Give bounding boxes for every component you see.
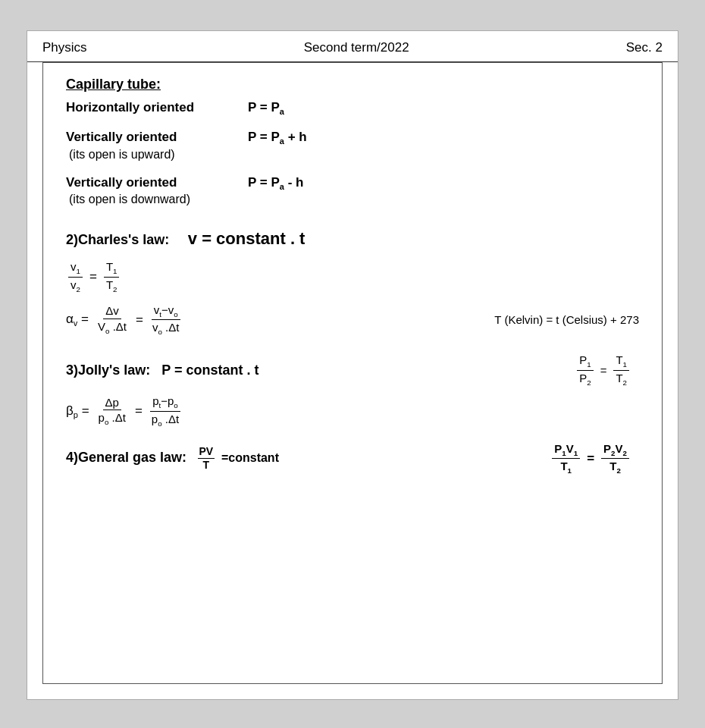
vertically-down-formula: P = Pa - h	[248, 175, 303, 191]
jolly-eq: =	[600, 364, 607, 377]
vertically-up-block: Vertically oriented P = Pa + h (its open…	[66, 130, 639, 161]
vertically-up-row: Vertically oriented P = Pa + h	[66, 130, 639, 146]
v2: v2	[68, 278, 83, 295]
beta-eq: =	[135, 403, 143, 419]
vertically-up-label: Vertically oriented	[66, 130, 218, 145]
jolly-right-frac: P1 P2 = T1 T2	[575, 353, 631, 388]
T1: T1	[104, 259, 120, 278]
p2v2-den: T2	[607, 459, 623, 476]
vertically-up-sublabel: (its open is upward)	[69, 148, 639, 162]
alpha-section: αv = Δv Vo .Δt = vt−vo vo .Δt T (Kelvin)…	[66, 300, 639, 340]
p1v1-frac: P1V1 T1	[552, 441, 580, 476]
beta-label: βp =	[66, 403, 89, 419]
T-fraction: T1 T2	[104, 259, 120, 294]
delta-p-num: Δp	[103, 395, 121, 411]
jolly-section: 3)Jolly's law: P = constant . t P1 P2 = …	[66, 353, 639, 429]
T1T2-frac: T1 T2	[613, 353, 629, 388]
constant-label: =constant	[221, 451, 279, 464]
horizontally-formula: P = Pa	[248, 100, 284, 116]
charles-eq1: =	[89, 269, 97, 284]
alpha-label: αv =	[66, 312, 89, 328]
charles-formula: v = constant . t	[188, 229, 306, 248]
delta-v-num: Δv	[103, 303, 121, 319]
v-fraction: v1 v2	[68, 259, 83, 294]
delta-v-fraction: Δv Vo .Δt	[96, 303, 129, 336]
capillary-title: Capillary tube:	[66, 77, 639, 93]
general-right-frac: P1V1 T1 = P2V2 T2	[550, 441, 631, 476]
P1-num: P1	[577, 353, 593, 371]
T2: T2	[104, 278, 120, 295]
delta-p-fraction: Δp po .Δt	[96, 395, 128, 428]
vt-den: vo .Δt	[150, 320, 181, 337]
p2v2-frac: P2V2 T2	[601, 441, 629, 476]
jolly-title-row: 3)Jolly's law: P = constant . t P1 P2 = …	[66, 353, 639, 388]
general-label: 4)General gas law:	[66, 450, 186, 465]
charles-fractions: v1 v2 = T1 T2	[66, 259, 639, 294]
p1-frac: P1 P2	[577, 353, 593, 388]
vertically-down-block: Vertically oriented P = Pa - h (its open…	[66, 175, 639, 206]
general-section: 4)General gas law: PV T =constant P1V1 T…	[66, 441, 639, 476]
P1-den: P2	[577, 371, 593, 388]
delta-p-den: po .Δt	[96, 410, 128, 428]
T1-num: T1	[613, 353, 629, 371]
title-label: Second term/2022	[304, 40, 409, 55]
jolly-label: 3)Jolly's law: P = constant . t	[66, 362, 259, 378]
subject-label: Physics	[42, 40, 87, 55]
pv-t-frac: PV T	[198, 445, 215, 472]
p1v1-num: P1V1	[552, 441, 580, 460]
capillary-section: Capillary tube: Horizontally oriented P …	[66, 77, 639, 206]
vertically-down-sublabel: (its open is downward)	[69, 193, 639, 206]
delta-v-den: Vo .Δt	[96, 319, 129, 337]
alpha-row: αv = Δv Vo .Δt = vt−vo vo .Δt	[66, 303, 183, 337]
page: Physics Second term/2022 Sec. 2 Capillar…	[27, 30, 678, 700]
beta-row: βp = Δp po .Δt = pt−po po .Δt	[66, 394, 639, 428]
general-row: 4)General gas law: PV T =constant P1V1 T…	[66, 441, 639, 476]
vertically-down-label: Vertically oriented	[66, 175, 218, 190]
v1: v1	[68, 259, 83, 278]
alpha-eq2: =	[136, 312, 143, 328]
content-area: Capillary tube: Horizontally oriented P …	[42, 62, 663, 684]
horizontally-row: Horizontally oriented P = Pa	[66, 100, 639, 116]
charles-section: 2)Charles's law: v = constant . t	[66, 229, 639, 249]
pt-num: pt−po	[150, 394, 180, 412]
p2v2-num: P2V2	[601, 441, 629, 460]
horizontally-block: Horizontally oriented P = Pa	[66, 100, 639, 116]
pt-fraction: pt−po po .Δt	[149, 394, 181, 428]
kelvin-note: T (Kelvin) = t (Celsius) + 273	[494, 313, 639, 326]
pt-den: po .Δt	[149, 412, 181, 429]
charles-label: 2)Charles's law:	[66, 232, 169, 247]
vertically-down-row: Vertically oriented P = Pa - h	[66, 175, 639, 191]
vt-fraction: vt−vo vo .Δt	[150, 303, 181, 337]
pv-den: T	[202, 459, 212, 472]
T1-den: T2	[613, 371, 629, 388]
general-formula: PV T =constant	[198, 450, 279, 465]
horizontally-label: Horizontally oriented	[66, 100, 218, 115]
general-eq: =	[587, 451, 594, 466]
vt-num: vt−vo	[152, 303, 180, 321]
header: Physics Second term/2022 Sec. 2	[27, 31, 678, 62]
general-left: 4)General gas law: PV T =constant	[66, 445, 279, 472]
pv-num: PV	[198, 445, 215, 459]
p1v1-den: T1	[558, 459, 574, 476]
section-label: Sec. 2	[626, 40, 663, 55]
vertically-up-formula: P = Pa + h	[248, 130, 307, 146]
